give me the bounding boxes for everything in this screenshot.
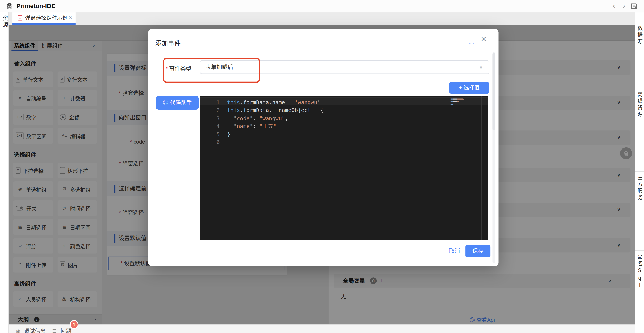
tab-popup-select-example[interactable]: 弹窗选择组件示例 ✕ <box>12 12 76 23</box>
line-number: 6 <box>200 138 220 146</box>
back-icon[interactable]: ‹ <box>613 0 616 12</box>
code-line: 5} <box>200 129 488 137</box>
code-assistant-button[interactable]: ◎ 代码助手 <box>156 96 199 109</box>
tab-label: 弹窗选择组件示例 <box>25 12 68 23</box>
close-icon[interactable]: ✕ <box>479 35 488 44</box>
code-assistant-icon: ◎ <box>163 99 168 106</box>
code-line: 6 <box>200 137 488 145</box>
cancel-button[interactable]: 取消 <box>449 247 460 255</box>
event-type-value: 表单加载后 <box>205 61 233 74</box>
code-editor[interactable]: 1this.formData.name = 'wangwu'2this.form… <box>200 96 488 240</box>
problems-icon: ☰ <box>52 329 56 333</box>
save-icon[interactable] <box>630 2 638 10</box>
save-button[interactable]: 保存 <box>465 245 490 257</box>
forward-icon[interactable]: › <box>623 0 625 12</box>
dialog-scrollbar[interactable] <box>492 52 495 263</box>
code-line: 2this.formData.__nameObject = { <box>200 105 488 113</box>
code-line: 4 "name": "王五" <box>200 121 488 129</box>
document-icon <box>18 14 22 21</box>
right-rail-section[interactable]: 命名Sql <box>636 250 644 333</box>
app-window: Primeton-IDE ‹ › 弹窗选择组件示例 ✕ 资源 数据源 离线资源 <box>0 0 644 333</box>
minimap-code-preview[interactable] <box>450 97 467 106</box>
title-bar: Primeton-IDE ‹ › <box>0 0 644 12</box>
debug-icon: ◉ <box>16 329 20 333</box>
right-rail-section[interactable]: 三方服务 <box>636 171 644 250</box>
dialog-title: 添加事件 <box>155 38 181 47</box>
tab-close-icon[interactable]: ✕ <box>68 12 72 23</box>
right-rail-section[interactable]: 数据源 <box>636 22 644 88</box>
chevron-down-icon: ∨ <box>479 61 483 74</box>
right-rail-section[interactable]: 离线资源 <box>636 88 644 171</box>
left-rail-label: 资源 <box>1 15 9 28</box>
editor-separator <box>481 96 482 240</box>
select-value-button[interactable]: + 选择值 <box>449 82 489 94</box>
debug-info-item[interactable]: ◉ 调试信息 <box>16 327 46 333</box>
code-line: 3 "code": "wangwu", <box>200 113 488 121</box>
app-title: Primeton-IDE <box>16 0 56 12</box>
event-type-label: *事件类型 <box>166 64 191 72</box>
editor-tab-bar: 弹窗选择组件示例 ✕ <box>8 12 644 24</box>
right-rail: 数据源 离线资源 三方服务 命名Sql <box>635 12 644 333</box>
plus-icon: + <box>459 84 462 90</box>
status-bar: ◉ 调试信息 ☰ 问题 <box>8 324 635 333</box>
problems-count-badge: 1 <box>70 320 78 329</box>
app-logo-icon <box>5 2 14 10</box>
required-asterisk: * <box>166 66 168 72</box>
problems-item[interactable]: ☰ 问题 <box>52 327 71 333</box>
left-rail-resources[interactable]: 资源 <box>0 12 8 333</box>
fullscreen-icon[interactable] <box>468 38 474 45</box>
add-event-dialog: 添加事件 ✕ *事件类型 表单加载后 ∨ + 选择值 ◎ 代码助手 1this.… <box>148 29 499 266</box>
event-type-select[interactable]: 表单加载后 ∨ <box>200 60 489 74</box>
indent-guide <box>229 113 229 129</box>
code-line: 1this.formData.name = 'wangwu' <box>200 97 488 105</box>
active-tab-underline <box>12 23 76 24</box>
